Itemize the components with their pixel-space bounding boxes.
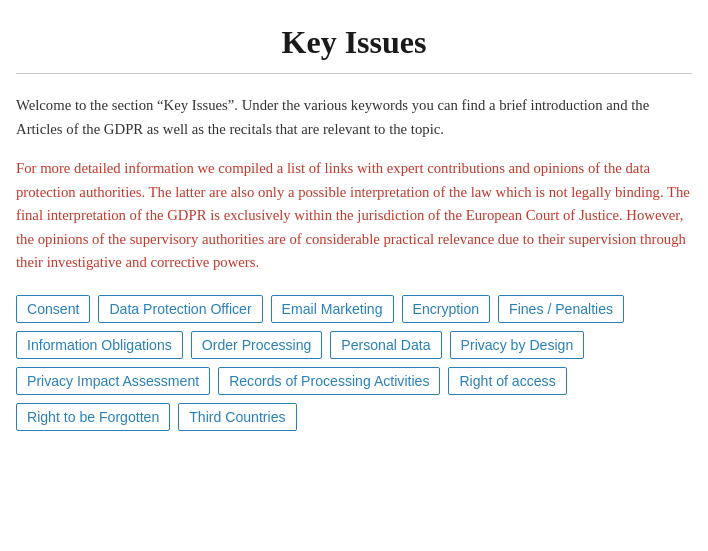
tag-item[interactable]: Email Marketing <box>271 295 394 323</box>
tags-container: ConsentData Protection OfficerEmail Mark… <box>16 295 692 431</box>
tag-item[interactable]: Privacy by Design <box>450 331 585 359</box>
tag-item[interactable]: Privacy Impact Assessment <box>16 367 210 395</box>
tag-item[interactable]: Data Protection Officer <box>98 295 262 323</box>
intro-paragraph-1: Welcome to the section “Key Issues”. Und… <box>16 94 692 141</box>
tag-item[interactable]: Fines / Penalties <box>498 295 624 323</box>
tag-item[interactable]: Personal Data <box>330 331 441 359</box>
tag-item[interactable]: Consent <box>16 295 90 323</box>
page-title: Key Issues <box>16 24 692 61</box>
tag-item[interactable]: Third Countries <box>178 403 296 431</box>
tag-item[interactable]: Order Processing <box>191 331 323 359</box>
tag-item[interactable]: Right of access <box>448 367 566 395</box>
tag-item[interactable]: Records of Processing Activities <box>218 367 440 395</box>
tag-item[interactable]: Information Obligations <box>16 331 183 359</box>
intro-paragraph-2: For more detailed information we compile… <box>16 157 692 275</box>
page-title-container: Key Issues <box>16 0 692 74</box>
tag-item[interactable]: Right to be Forgotten <box>16 403 170 431</box>
tag-item[interactable]: Encryption <box>402 295 491 323</box>
